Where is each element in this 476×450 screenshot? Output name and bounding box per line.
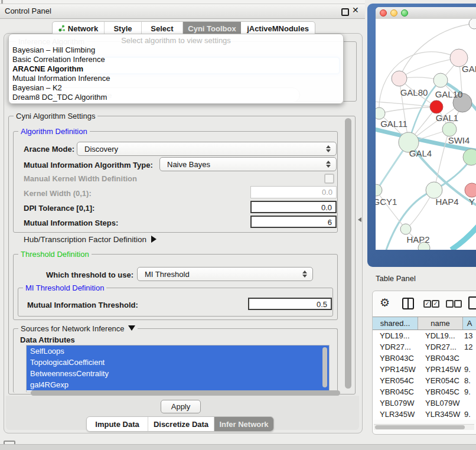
network-node[interactable] [430, 100, 443, 113]
table-cell [463, 397, 476, 409]
tab-jactivemnodules[interactable]: jActiveMNodules [241, 22, 315, 35]
network-node[interactable] [376, 184, 382, 196]
algorithm-option[interactable]: ARACNE Algorithm [11, 64, 341, 74]
data-attributes-list: SelfLoopsTopologicalCoefficientBetweenne… [26, 345, 330, 392]
table-cell: YBL079W [418, 397, 463, 409]
node-label: HAP2 [406, 234, 429, 244]
algorithm-option[interactable]: Basic Correlation Inference [11, 55, 341, 64]
table-cell: 9. [463, 409, 476, 420]
network-node[interactable] [463, 149, 476, 165]
table-cell: YBR043C [373, 353, 418, 364]
network-node[interactable] [376, 107, 385, 119]
attribute-list-item[interactable]: TopologicalCoefficient [27, 357, 329, 368]
network-edge[interactable] [379, 107, 436, 113]
algorithm-option[interactable]: Bayesian – Hill Climbing [11, 45, 341, 55]
panel-collapse-arrow-icon[interactable] [358, 217, 361, 222]
table-row[interactable]: YPR145WYPR145W9. [373, 364, 476, 375]
table-toolbar: ⚙ ✓ ✓ [373, 291, 476, 316]
table-cell: 9. [463, 364, 476, 375]
spinner-icon [326, 145, 331, 153]
network-edge[interactable] [451, 224, 476, 250]
document-icon[interactable] [468, 296, 476, 309]
network-node[interactable] [442, 122, 457, 136]
network-node[interactable] [400, 224, 411, 234]
split-column-icon[interactable] [402, 298, 414, 309]
algorithm-option[interactable]: Dream8 DC_TDC Algorithm [11, 93, 341, 102]
mi-threshold-field[interactable]: 0.5 [248, 298, 332, 310]
table-row[interactable]: YDR27...YDR27...12 [373, 341, 476, 353]
network-edge[interactable] [376, 102, 436, 107]
dropdown-prompt: Select algorithm to view settings [9, 36, 343, 45]
aracne-mode-combo[interactable]: Discovery [77, 142, 337, 156]
tab-discretize-data[interactable]: Discretize Data [148, 417, 214, 431]
network-canvas[interactable]: GALGAL80GAL10GAL11GAL1SWI4GAL4GCY1HAP4YH… [376, 19, 476, 250]
which-threshold-value: MI Threshold [145, 270, 190, 279]
table-row[interactable]: YBL079WYBL079W [373, 397, 476, 409]
tab-select[interactable]: Select [142, 22, 183, 35]
spinner-icon [302, 270, 307, 278]
tab-style[interactable]: Style [105, 22, 142, 35]
close-traffic-light[interactable] [380, 9, 387, 17]
table-row[interactable]: YDL19...YDL19...13 [373, 330, 476, 341]
checked-checkbox-icon[interactable]: ✓ [432, 300, 439, 308]
gear-icon[interactable]: ⚙ [380, 296, 390, 309]
attribute-list-item[interactable]: BetweennessCentrality [27, 368, 329, 379]
settings-horizontal-scrollbar[interactable] [31, 390, 340, 396]
table-cell: YDR27... [373, 341, 418, 353]
table-row[interactable]: YER054CYER054C8. [373, 375, 476, 386]
attribute-list-item[interactable]: gal4RGexp [27, 379, 329, 390]
column-header[interactable]: name [418, 317, 463, 330]
network-node[interactable] [469, 19, 476, 29]
tab-label: Network [68, 24, 98, 33]
mi-type-label: Mutual Information Algorithm Type: [24, 161, 153, 169]
table-row[interactable]: YBR043CYBR043C [373, 353, 476, 364]
manual-kernel-checkbox[interactable] [324, 174, 334, 184]
column-header[interactable]: shared... [373, 317, 418, 330]
screen: Control Panel ✕ NetworkStyleSelectCyni T… [0, 0, 476, 450]
control-panel-titlebar: Control Panel ✕ [0, 4, 365, 19]
tab-infer-network[interactable]: Infer Network [214, 417, 273, 431]
float-icon[interactable] [341, 8, 349, 16]
network-node[interactable] [465, 183, 476, 197]
tab-label: Infer Network [219, 420, 268, 429]
data-attributes-label: Data Attributes [20, 335, 75, 344]
tab-impute-data[interactable]: Impute Data [87, 417, 148, 431]
unchecked-checkbox-icon[interactable] [446, 300, 454, 308]
close-icon[interactable]: ✕ [352, 5, 359, 15]
tab-label: jActiveMNodules [247, 24, 309, 33]
table-cell: YLR345W [418, 409, 463, 420]
tab-network[interactable]: Network [53, 22, 105, 35]
dpi-tolerance-field[interactable]: 0.0 [250, 201, 337, 213]
table-horizontal-scrollbar[interactable] [374, 424, 474, 430]
which-threshold-combo[interactable]: MI Threshold [137, 267, 313, 281]
sources-group-title[interactable]: Sources for Network Inference [18, 324, 138, 333]
hub-definition-label: Hub/Transcription Factor Definition [24, 235, 146, 244]
network-edge[interactable] [376, 190, 406, 229]
table-row[interactable]: YLR345WYLR345W9. [373, 409, 476, 420]
table-row[interactable]: YBR045CYBR045C9. [373, 386, 476, 397]
apply-button[interactable]: Apply [161, 400, 201, 413]
tab-cyni-toolbox[interactable]: Cyni Toolbox [183, 22, 241, 35]
network-node[interactable] [433, 73, 448, 87]
table-cell: YDL19... [418, 330, 463, 341]
network-node[interactable] [392, 71, 407, 86]
checked-checkbox-icon[interactable]: ✓ [423, 300, 431, 308]
hub-definition-toggle[interactable]: Hub/Transcription Factor Definition [24, 235, 157, 244]
kernel-width-field[interactable]: 0.0 [250, 186, 337, 198]
minimize-traffic-light[interactable] [390, 9, 397, 17]
unchecked-checkbox-icon[interactable] [454, 300, 462, 308]
zoom-traffic-light[interactable] [401, 9, 408, 17]
mi-steps-field[interactable]: 6 [250, 216, 337, 228]
attribute-list-item[interactable]: SelfLoops [27, 345, 329, 357]
algorithm-option[interactable]: Bayesian – K2 [11, 83, 341, 93]
network-window-titlebar[interactable] [376, 7, 476, 19]
settings-vertical-scrollbar[interactable] [345, 118, 351, 389]
table-cell: YBL079W [373, 397, 418, 409]
table-cell: 9. [463, 386, 476, 397]
list-scrollbar[interactable] [322, 347, 327, 387]
mi-type-combo[interactable]: Naive Bayes [159, 157, 337, 171]
network-edge[interactable] [399, 58, 459, 79]
network-node[interactable] [426, 182, 442, 198]
algorithm-option[interactable]: Mutual Information Inference [11, 74, 341, 83]
column-header[interactable]: A [463, 317, 476, 330]
